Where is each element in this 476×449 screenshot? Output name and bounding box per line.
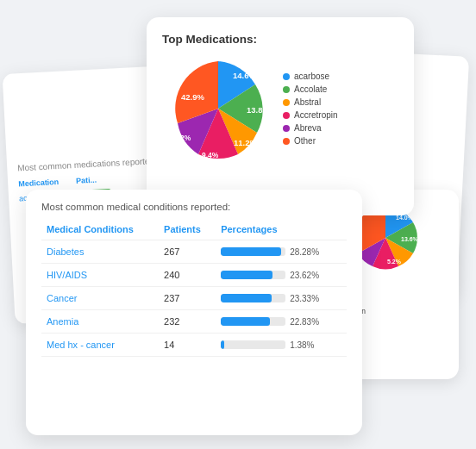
medications-content: 14.6% 13.8% 11.2% 9.4% 8.2% 42.9% acarbo… — [162, 53, 400, 165]
condition-percentage: 23.62% — [216, 264, 347, 287]
conditions-table: Medical Conditions Patients Percentages … — [41, 221, 347, 357]
condition-name: Med hx - cancer — [41, 334, 159, 357]
pie-chart: 14.6% 13.8% 11.2% 9.4% 8.2% 42.9% — [162, 53, 274, 165]
condition-name: Diabetes — [41, 240, 159, 264]
condition-patients: 237 — [159, 287, 216, 310]
legend-dot-accretropin — [283, 112, 290, 119]
top-medications-card: Top Medications: 14.6% 13.8% 11.2% — [147, 17, 414, 215]
conditions-card: Most common medical conditions reported:… — [26, 190, 362, 435]
bar-label: 23.62% — [290, 271, 319, 280]
condition-name: HIV/AIDS — [41, 264, 159, 287]
col-header-percentages: Percentages — [216, 221, 347, 240]
legend-item-abstral: Abstral — [283, 97, 338, 107]
legend-label-abreva: Abreva — [294, 123, 322, 133]
legend-dot-accolate — [283, 86, 290, 93]
svg-text:14.6%: 14.6% — [233, 71, 256, 80]
condition-name: Cancer — [41, 287, 159, 310]
svg-text:13.8%: 13.8% — [247, 105, 270, 115]
legend-dot-acarbose — [283, 73, 290, 80]
condition-patients: 240 — [159, 264, 216, 287]
svg-text:14.0%: 14.0% — [396, 215, 414, 221]
legend-dot-abstral — [283, 99, 290, 106]
legend-label-abstral: Abstral — [294, 97, 321, 107]
col-header-condition: Medical Conditions — [41, 221, 159, 240]
back-col-patients: Pati... — [76, 176, 97, 185]
top-medications-title: Top Medications: — [162, 33, 400, 46]
svg-text:8.2%: 8.2% — [174, 134, 191, 142]
condition-percentage: 28.28% — [216, 240, 347, 264]
svg-text:5.2%: 5.2% — [387, 259, 402, 265]
condition-patients: 267 — [159, 240, 216, 264]
table-row: HIV/AIDS24023.62% — [41, 264, 347, 287]
table-row: Anemia23222.83% — [41, 310, 347, 334]
bar-fill — [221, 247, 281, 256]
col-header-patients: Patients — [159, 221, 216, 240]
condition-percentage: 23.33% — [216, 287, 347, 310]
conditions-subtitle: Most common medical conditions reported: — [41, 202, 347, 212]
legend-item-abreva: Abreva — [283, 123, 338, 133]
svg-text:9.4%: 9.4% — [202, 151, 219, 159]
bar-fill — [221, 271, 272, 279]
table-row: Diabetes26728.28% — [41, 240, 347, 264]
table-row: Cancer23723.33% — [41, 287, 347, 310]
condition-percentage: 1.38% — [216, 334, 347, 357]
svg-text:42.9%: 42.9% — [181, 92, 204, 102]
legend-item-other: Other — [283, 136, 338, 146]
condition-percentage: 22.83% — [216, 310, 347, 334]
back-col-medication: Medication — [18, 178, 59, 188]
legend-label-accretropin: Accretropin — [294, 110, 338, 120]
bar-label: 22.83% — [290, 317, 319, 327]
bar-label: 1.38% — [290, 340, 314, 350]
condition-name: Anemia — [41, 310, 159, 334]
legend-label-accolate: Accolate — [294, 84, 327, 94]
svg-text:13.6%: 13.6% — [401, 236, 419, 242]
bar-label: 28.28% — [290, 247, 319, 257]
condition-patients: 14 — [159, 334, 216, 357]
legend-dot-other — [283, 138, 290, 145]
condition-patients: 232 — [159, 310, 216, 334]
legend-label-acarbose: acarbose — [294, 72, 329, 81]
bar-label: 23.33% — [290, 294, 319, 303]
legend-item-accretropin: Accretropin — [283, 110, 338, 120]
bar-fill — [221, 294, 272, 302]
bar-fill — [221, 340, 224, 349]
pie-legend: acarbose Accolate Abstral Accretropin Ab… — [283, 72, 338, 146]
legend-label-other: Other — [294, 136, 316, 146]
legend-item-accolate: Accolate — [283, 84, 338, 94]
table-row: Med hx - cancer141.38% — [41, 334, 347, 357]
svg-text:11.2%: 11.2% — [234, 138, 257, 147]
legend-item-acarbose: acarbose — [283, 72, 338, 81]
legend-dot-abreva — [283, 125, 290, 132]
bar-fill — [221, 317, 270, 326]
